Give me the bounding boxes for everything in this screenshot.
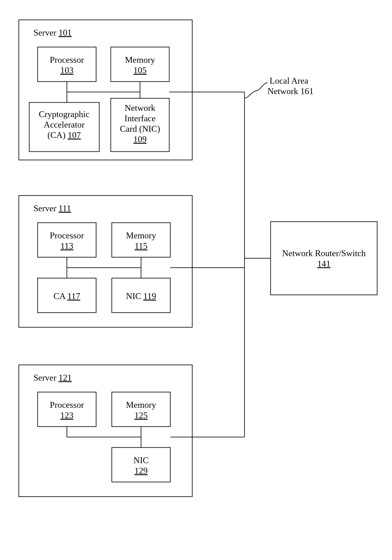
ca-107-line2: Accelerator: [44, 120, 85, 130]
nic-119-label: NIC 119: [126, 291, 156, 301]
processor-113-ref: 113: [60, 241, 73, 251]
router-ref: 141: [317, 259, 331, 269]
nic-129-line1: NIC: [134, 455, 148, 465]
nic-109-line3: Card (NIC): [120, 124, 160, 134]
router-141: Network Router/Switch 141: [271, 222, 377, 295]
processor-113-label: Processor: [50, 231, 84, 240]
server-101-title: Server 101: [33, 28, 72, 37]
nic-109-ref: 109: [134, 134, 147, 144]
processor-123-label: Processor: [50, 400, 84, 410]
server-101: Server 101 Processor 103 Memory 105 Cryp…: [19, 20, 192, 160]
memory-125-ref: 125: [135, 410, 148, 420]
ca-117-label: CA 117: [53, 291, 80, 301]
diagram: Server 101 Processor 103 Memory 105 Cryp…: [0, 0, 392, 560]
nic-119: NIC 119: [112, 278, 170, 313]
memory-115: Memory 115: [112, 223, 170, 257]
ca-107-line1: Cryptographic: [39, 109, 90, 119]
processor-123-ref: 123: [60, 410, 74, 420]
server-111: Server 111 Processor 113 Memory 115 CA 1…: [19, 196, 192, 327]
ca-107: Cryptographic Accelerator (CA) 107: [29, 102, 99, 152]
nic-109-line1: Network: [125, 103, 156, 113]
server-111-title: Server 111: [33, 203, 71, 213]
processor-113: Processor 113: [38, 223, 96, 257]
server-121: Server 121 Processor 123 Memory 125 NIC …: [19, 365, 192, 497]
ca-107-line3: (CA) 107: [48, 130, 81, 140]
processor-103-ref: 103: [60, 65, 74, 75]
memory-115-ref: 115: [135, 241, 147, 251]
nic-109: Network Interface Card (NIC) 109: [111, 98, 169, 152]
memory-125: Memory 125: [112, 392, 170, 427]
lan-callout-curl: [245, 83, 267, 98]
server-121-title: Server 121: [33, 373, 72, 382]
svg-rect-14: [271, 222, 377, 295]
memory-125-label: Memory: [126, 400, 156, 410]
lan-label-line2: Network 161: [267, 86, 314, 96]
lan-label-line1: Local Area: [270, 76, 308, 86]
memory-105-ref: 105: [134, 65, 147, 75]
processor-123: Processor 123: [38, 392, 96, 427]
processor-103-label: Processor: [50, 55, 84, 65]
memory-105: Memory 105: [111, 47, 169, 81]
router-label: Network Router/Switch: [282, 249, 366, 258]
memory-105-label: Memory: [125, 55, 155, 65]
nic-109-line2: Interface: [124, 114, 156, 123]
nic-129-ref: 129: [135, 466, 148, 476]
memory-115-label: Memory: [126, 231, 156, 240]
ca-117: CA 117: [38, 278, 96, 313]
nic-129: NIC 129: [112, 448, 170, 482]
processor-103: Processor 103: [38, 47, 96, 81]
